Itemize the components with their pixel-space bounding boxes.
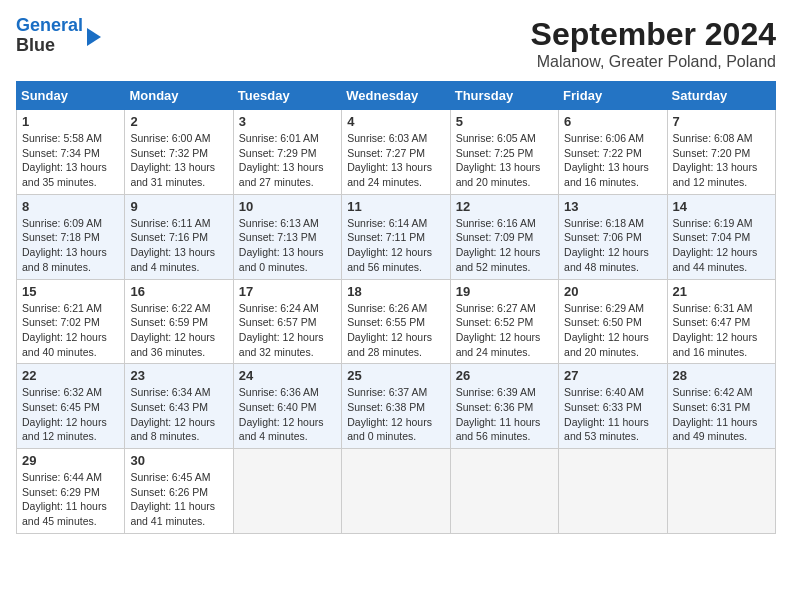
header-monday: Monday xyxy=(125,82,233,110)
day-cell: 3Sunrise: 6:01 AMSunset: 7:29 PMDaylight… xyxy=(233,110,341,195)
calendar-row: 29Sunrise: 6:44 AMSunset: 6:29 PMDayligh… xyxy=(17,449,776,534)
day-number: 19 xyxy=(456,284,553,299)
day-info: Sunrise: 6:34 AMSunset: 6:43 PMDaylight:… xyxy=(130,385,227,444)
day-number: 11 xyxy=(347,199,444,214)
day-number: 4 xyxy=(347,114,444,129)
day-cell: 27Sunrise: 6:40 AMSunset: 6:33 PMDayligh… xyxy=(559,364,667,449)
header-saturday: Saturday xyxy=(667,82,775,110)
day-info: Sunrise: 6:00 AMSunset: 7:32 PMDaylight:… xyxy=(130,131,227,190)
logo-text: GeneralBlue xyxy=(16,16,83,56)
day-cell: 28Sunrise: 6:42 AMSunset: 6:31 PMDayligh… xyxy=(667,364,775,449)
day-info: Sunrise: 6:37 AMSunset: 6:38 PMDaylight:… xyxy=(347,385,444,444)
day-cell: 7Sunrise: 6:08 AMSunset: 7:20 PMDaylight… xyxy=(667,110,775,195)
day-info: Sunrise: 6:22 AMSunset: 6:59 PMDaylight:… xyxy=(130,301,227,360)
header-tuesday: Tuesday xyxy=(233,82,341,110)
day-number: 14 xyxy=(673,199,770,214)
day-cell: 17Sunrise: 6:24 AMSunset: 6:57 PMDayligh… xyxy=(233,279,341,364)
day-number: 1 xyxy=(22,114,119,129)
day-number: 25 xyxy=(347,368,444,383)
day-info: Sunrise: 6:01 AMSunset: 7:29 PMDaylight:… xyxy=(239,131,336,190)
page-header: GeneralBlue September 2024 Malanow, Grea… xyxy=(16,16,776,71)
header-friday: Friday xyxy=(559,82,667,110)
day-number: 7 xyxy=(673,114,770,129)
day-number: 30 xyxy=(130,453,227,468)
empty-cell xyxy=(450,449,558,534)
day-cell: 12Sunrise: 6:16 AMSunset: 7:09 PMDayligh… xyxy=(450,194,558,279)
title-block: September 2024 Malanow, Greater Poland, … xyxy=(531,16,776,71)
calendar-header-row: Sunday Monday Tuesday Wednesday Thursday… xyxy=(17,82,776,110)
day-number: 2 xyxy=(130,114,227,129)
day-cell: 11Sunrise: 6:14 AMSunset: 7:11 PMDayligh… xyxy=(342,194,450,279)
day-cell: 30Sunrise: 6:45 AMSunset: 6:26 PMDayligh… xyxy=(125,449,233,534)
day-info: Sunrise: 5:58 AMSunset: 7:34 PMDaylight:… xyxy=(22,131,119,190)
day-info: Sunrise: 6:29 AMSunset: 6:50 PMDaylight:… xyxy=(564,301,661,360)
day-number: 6 xyxy=(564,114,661,129)
day-cell: 14Sunrise: 6:19 AMSunset: 7:04 PMDayligh… xyxy=(667,194,775,279)
calendar-row: 1Sunrise: 5:58 AMSunset: 7:34 PMDaylight… xyxy=(17,110,776,195)
day-number: 26 xyxy=(456,368,553,383)
page-title: September 2024 xyxy=(531,16,776,53)
day-cell: 15Sunrise: 6:21 AMSunset: 7:02 PMDayligh… xyxy=(17,279,125,364)
day-cell: 16Sunrise: 6:22 AMSunset: 6:59 PMDayligh… xyxy=(125,279,233,364)
day-number: 27 xyxy=(564,368,661,383)
calendar-row: 22Sunrise: 6:32 AMSunset: 6:45 PMDayligh… xyxy=(17,364,776,449)
day-number: 12 xyxy=(456,199,553,214)
day-number: 23 xyxy=(130,368,227,383)
day-info: Sunrise: 6:26 AMSunset: 6:55 PMDaylight:… xyxy=(347,301,444,360)
day-cell: 2Sunrise: 6:00 AMSunset: 7:32 PMDaylight… xyxy=(125,110,233,195)
day-number: 28 xyxy=(673,368,770,383)
day-cell: 8Sunrise: 6:09 AMSunset: 7:18 PMDaylight… xyxy=(17,194,125,279)
day-cell: 21Sunrise: 6:31 AMSunset: 6:47 PMDayligh… xyxy=(667,279,775,364)
day-info: Sunrise: 6:39 AMSunset: 6:36 PMDaylight:… xyxy=(456,385,553,444)
day-info: Sunrise: 6:24 AMSunset: 6:57 PMDaylight:… xyxy=(239,301,336,360)
calendar-table: Sunday Monday Tuesday Wednesday Thursday… xyxy=(16,81,776,534)
day-info: Sunrise: 6:44 AMSunset: 6:29 PMDaylight:… xyxy=(22,470,119,529)
empty-cell xyxy=(233,449,341,534)
empty-cell xyxy=(342,449,450,534)
day-info: Sunrise: 6:16 AMSunset: 7:09 PMDaylight:… xyxy=(456,216,553,275)
day-info: Sunrise: 6:14 AMSunset: 7:11 PMDaylight:… xyxy=(347,216,444,275)
calendar-row: 8Sunrise: 6:09 AMSunset: 7:18 PMDaylight… xyxy=(17,194,776,279)
day-cell: 4Sunrise: 6:03 AMSunset: 7:27 PMDaylight… xyxy=(342,110,450,195)
day-number: 17 xyxy=(239,284,336,299)
logo-arrow-icon xyxy=(87,28,101,46)
day-info: Sunrise: 6:11 AMSunset: 7:16 PMDaylight:… xyxy=(130,216,227,275)
day-info: Sunrise: 6:21 AMSunset: 7:02 PMDaylight:… xyxy=(22,301,119,360)
day-cell: 9Sunrise: 6:11 AMSunset: 7:16 PMDaylight… xyxy=(125,194,233,279)
day-info: Sunrise: 6:32 AMSunset: 6:45 PMDaylight:… xyxy=(22,385,119,444)
day-info: Sunrise: 6:03 AMSunset: 7:27 PMDaylight:… xyxy=(347,131,444,190)
day-cell: 22Sunrise: 6:32 AMSunset: 6:45 PMDayligh… xyxy=(17,364,125,449)
day-number: 22 xyxy=(22,368,119,383)
day-info: Sunrise: 6:09 AMSunset: 7:18 PMDaylight:… xyxy=(22,216,119,275)
day-number: 15 xyxy=(22,284,119,299)
day-number: 21 xyxy=(673,284,770,299)
day-cell: 23Sunrise: 6:34 AMSunset: 6:43 PMDayligh… xyxy=(125,364,233,449)
day-info: Sunrise: 6:08 AMSunset: 7:20 PMDaylight:… xyxy=(673,131,770,190)
day-cell: 13Sunrise: 6:18 AMSunset: 7:06 PMDayligh… xyxy=(559,194,667,279)
day-info: Sunrise: 6:45 AMSunset: 6:26 PMDaylight:… xyxy=(130,470,227,529)
day-number: 20 xyxy=(564,284,661,299)
logo: GeneralBlue xyxy=(16,16,101,56)
day-info: Sunrise: 6:42 AMSunset: 6:31 PMDaylight:… xyxy=(673,385,770,444)
day-info: Sunrise: 6:18 AMSunset: 7:06 PMDaylight:… xyxy=(564,216,661,275)
day-info: Sunrise: 6:06 AMSunset: 7:22 PMDaylight:… xyxy=(564,131,661,190)
day-number: 5 xyxy=(456,114,553,129)
day-cell: 5Sunrise: 6:05 AMSunset: 7:25 PMDaylight… xyxy=(450,110,558,195)
day-number: 8 xyxy=(22,199,119,214)
day-number: 16 xyxy=(130,284,227,299)
empty-cell xyxy=(559,449,667,534)
day-info: Sunrise: 6:27 AMSunset: 6:52 PMDaylight:… xyxy=(456,301,553,360)
day-info: Sunrise: 6:05 AMSunset: 7:25 PMDaylight:… xyxy=(456,131,553,190)
day-cell: 1Sunrise: 5:58 AMSunset: 7:34 PMDaylight… xyxy=(17,110,125,195)
day-cell: 26Sunrise: 6:39 AMSunset: 6:36 PMDayligh… xyxy=(450,364,558,449)
day-info: Sunrise: 6:31 AMSunset: 6:47 PMDaylight:… xyxy=(673,301,770,360)
day-cell: 6Sunrise: 6:06 AMSunset: 7:22 PMDaylight… xyxy=(559,110,667,195)
header-sunday: Sunday xyxy=(17,82,125,110)
day-info: Sunrise: 6:36 AMSunset: 6:40 PMDaylight:… xyxy=(239,385,336,444)
day-cell: 24Sunrise: 6:36 AMSunset: 6:40 PMDayligh… xyxy=(233,364,341,449)
day-number: 10 xyxy=(239,199,336,214)
day-number: 3 xyxy=(239,114,336,129)
day-info: Sunrise: 6:13 AMSunset: 7:13 PMDaylight:… xyxy=(239,216,336,275)
header-wednesday: Wednesday xyxy=(342,82,450,110)
day-cell: 10Sunrise: 6:13 AMSunset: 7:13 PMDayligh… xyxy=(233,194,341,279)
